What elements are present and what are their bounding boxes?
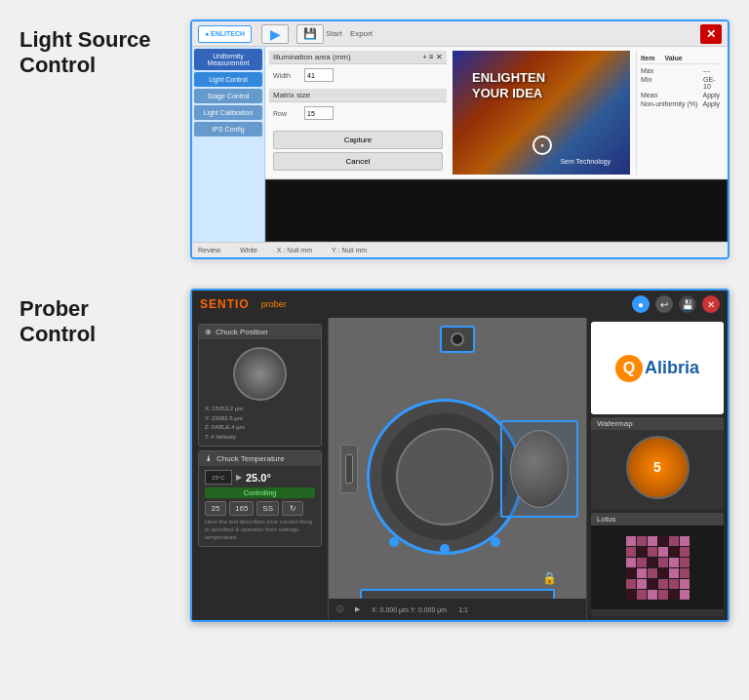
save-icon-button[interactable]: 💾 <box>679 295 696 313</box>
alibria-logo: Q Alibria <box>615 355 699 382</box>
sidebar-uniformity[interactable]: Uniformity Measurement <box>194 49 262 70</box>
illumination-title: Illumination area (mm) + ≡ ✕ <box>269 51 447 64</box>
coord-z: Z: FABLE.4 µm <box>205 423 315 433</box>
chuck-dot-left <box>389 537 399 547</box>
chuck-coords: X: 15253.2 µm Y: 23092.5 µm Z: FABLE.4 µ… <box>205 405 315 442</box>
row-input[interactable] <box>304 106 334 120</box>
action-buttons: Capture Cancel <box>269 127 447 175</box>
exit-button[interactable]: ✕ <box>700 24 722 44</box>
stage-probe-area <box>500 420 578 518</box>
stats-row-mean: Mean Apply <box>641 92 720 98</box>
coord-x: X: 15253.2 µm <box>205 405 315 414</box>
info-icon[interactable]: ⓘ <box>336 604 343 614</box>
prober-label: Prober Control <box>20 289 190 348</box>
temp-btn-ss[interactable]: SS <box>256 501 279 516</box>
chuck-temp-title: Chuck Temperature <box>217 454 285 463</box>
stage-arm <box>340 445 358 493</box>
status-white: White <box>240 247 257 253</box>
enl-main: Uniformity Measurement Light Control Sta… <box>192 47 728 242</box>
enl-sidebar: Uniformity Measurement Light Control Sta… <box>192 47 265 242</box>
stats-row-nu: Non-uniformity (%) Apply <box>641 100 720 107</box>
width-label: Width <box>273 72 300 79</box>
enl-statusbar: Review White X : Null mm Y : Null mm <box>192 242 728 257</box>
preview-badge: Sem Technology <box>560 158 611 165</box>
illumination-panel: Illumination area (mm) + ≡ ✕ Width Matri… <box>269 51 447 175</box>
chuck-inner <box>381 413 508 540</box>
temp-btn-25[interactable]: 25 <box>205 501 226 516</box>
sentio-right-panels: Q Alibria Wafermap 5 Lotus <box>586 318 728 620</box>
wafermap-value: 5 <box>653 459 661 475</box>
dark-preview <box>265 179 728 242</box>
enl-content-top: Illumination area (mm) + ≡ ✕ Width Matri… <box>265 47 728 179</box>
temp-btn-refresh[interactable]: ↻ <box>282 501 303 516</box>
play-button[interactable]: ▶ <box>261 24 289 44</box>
enlighten-app-window: ● ENLITECH ▶ 💾 Start Export ✕ Uniformity… <box>190 19 729 259</box>
sidebar-ips-config[interactable]: IPS Config <box>194 122 262 136</box>
toolbar-labels: Start Export <box>326 29 373 38</box>
chuck-position-icon: ⊕ <box>205 328 212 336</box>
chuck-grid <box>396 428 493 525</box>
sentio-logo: SENTIO <box>200 297 250 311</box>
sentio-subtitle: prober <box>261 299 287 309</box>
sidebar-light-control[interactable]: Light Control <box>194 72 262 87</box>
prober-label-line1: Prober <box>20 296 89 321</box>
enl-preview: ENLIGHTEN YOUR IDEA ● Sem Technology <box>453 51 630 175</box>
chuck-temp-body: 25°C ▶ 25.0° Controlling 25 165 SS ↻ H <box>199 466 321 545</box>
arm-grip <box>345 454 353 484</box>
temp-set-box: 25°C <box>205 470 232 485</box>
set-label: 25°C <box>212 475 224 481</box>
status-x: X : Null mm <box>277 247 312 253</box>
label-line1: Light Source <box>20 27 150 52</box>
stats-row-max: Max --- <box>641 67 720 74</box>
sentio-main: ⊕ Chuck Position X: 15253.2 µm Y: 23092.… <box>192 318 728 620</box>
matrix-title: Matrix size <box>269 89 447 102</box>
status-left: Review <box>198 247 220 253</box>
wafermap-body: 5 <box>591 430 724 504</box>
chuck-temp-header: 🌡 Chuck Temperature <box>199 451 321 466</box>
temp-btn-165[interactable]: 165 <box>229 501 254 516</box>
light-source-label: Light Source Control <box>20 19 190 79</box>
capture-button[interactable]: Capture <box>273 131 443 149</box>
undo-button[interactable]: ↩ <box>655 295 673 313</box>
export-label: Export <box>350 29 373 38</box>
matrix-body: Row <box>269 102 447 127</box>
coord-t: T: # Velocity <box>205 433 315 443</box>
play-icon[interactable]: ▶ <box>355 605 360 613</box>
save-button[interactable]: 💾 <box>296 24 324 44</box>
temp-note: Here the text describes your current thi… <box>205 519 315 541</box>
cancel-button[interactable]: Cancel <box>273 152 443 171</box>
label-line2: Control <box>20 53 96 77</box>
sidebar-light-calibration[interactable]: Light Calibration <box>194 105 262 120</box>
preview-text: ENLIGHTEN YOUR IDEA <box>472 70 545 100</box>
chuck-wafer-circle <box>233 347 287 401</box>
width-input[interactable] <box>304 68 334 82</box>
lotus-panel: Lotus <box>591 513 724 616</box>
temp-controls: 25 165 SS ↻ <box>205 501 315 516</box>
close-button[interactable]: ✕ <box>702 295 720 313</box>
camera-lens <box>451 332 464 346</box>
info-button[interactable]: ● <box>632 295 650 313</box>
enl-toolbar: ▶ 💾 <box>261 24 324 44</box>
sentio-titlebar: SENTIO prober ● ↩ 💾 ✕ <box>192 291 728 318</box>
stage-top-camera <box>440 326 475 353</box>
sidebar-stage-control[interactable]: Stage Control <box>194 89 262 103</box>
prober-label-line2: Control <box>20 322 96 346</box>
footer-coords: X: 0.000 µm Y: 0.000 µm <box>372 606 447 613</box>
wafermap-panel: Wafermap 5 <box>591 417 724 510</box>
stats-row-min: Min GE-10 <box>641 76 720 90</box>
chuck-dot-right <box>491 537 500 547</box>
temp-actual-val: 25.0° <box>246 472 271 484</box>
lotus-header: Lotus <box>591 513 724 525</box>
chuck-outer-ring <box>367 399 523 555</box>
row-field-row: Row <box>273 106 443 120</box>
zoom-label: 1:1 <box>458 606 468 613</box>
alibria-q-icon: Q <box>615 355 643 382</box>
temp-display: 25°C ▶ 25.0° <box>205 470 315 485</box>
width-field-row: Width <box>273 68 443 82</box>
start-label: Start <box>326 29 342 38</box>
chuck-dot-center <box>440 544 450 554</box>
chuck-position-panel: ⊕ Chuck Position X: 15253.2 µm Y: 23092.… <box>198 324 322 447</box>
illumination-body: Width <box>269 64 447 89</box>
chuck-wafer-display <box>205 343 315 405</box>
stats-header: Item Value <box>641 55 720 64</box>
